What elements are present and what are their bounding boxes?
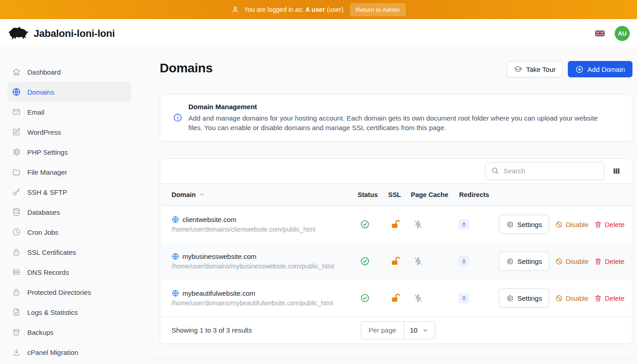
columns-toggle-icon[interactable] xyxy=(612,167,621,175)
page-title: Domains xyxy=(160,61,212,76)
redirects-count-badge[interactable]: 0 xyxy=(459,293,469,303)
return-to-admin-button[interactable]: Return to Admin xyxy=(350,3,406,16)
gear-icon xyxy=(506,221,514,228)
gear-icon xyxy=(506,258,514,265)
sidebar-item-php-settings[interactable]: PHP Settings xyxy=(7,142,131,162)
domain-name[interactable]: clientwebsite.com xyxy=(182,216,236,223)
main-content: Domains Take Tour Add Domain xyxy=(146,48,637,364)
user-icon xyxy=(231,5,239,14)
brand-title: Jabaloni-loni-loni xyxy=(34,28,115,40)
domain-path: /home/user/domains/mybeautifulwebsite.co… xyxy=(172,299,358,307)
settings-button[interactable]: Settings xyxy=(499,288,549,308)
per-page-select[interactable]: 10 xyxy=(404,322,435,339)
graduation-cap-icon xyxy=(514,65,522,74)
gear-icon xyxy=(506,294,514,302)
per-page-label: Per page xyxy=(361,322,404,339)
document-icon xyxy=(12,308,21,317)
trash-icon xyxy=(594,294,602,302)
sidebar-item-ssl-certificates[interactable]: SSL Certificates xyxy=(7,242,131,262)
info-icon xyxy=(173,113,182,122)
sidebar-item-domains[interactable]: Domains xyxy=(7,82,131,102)
column-header-status[interactable]: Status xyxy=(358,191,388,198)
gear-icon xyxy=(12,147,21,157)
disable-button[interactable]: Disable xyxy=(555,258,588,265)
column-header-page-cache[interactable]: Page Cache xyxy=(411,191,459,198)
redirects-count-badge[interactable]: 0 xyxy=(459,220,469,229)
ssl-unlocked-icon[interactable] xyxy=(388,219,411,230)
sidebar-item-file-manager[interactable]: File Manager xyxy=(7,162,131,182)
table-row: mybusinesswebsite.com /home/user/domains… xyxy=(160,243,632,280)
page-cache-off-icon[interactable] xyxy=(411,219,459,229)
settings-button[interactable]: Settings xyxy=(499,252,549,271)
globe-icon xyxy=(172,289,179,297)
globe-icon xyxy=(172,216,179,223)
ssl-unlocked-icon[interactable] xyxy=(388,293,411,303)
sidebar-item-databases[interactable]: Databases xyxy=(7,202,131,222)
sidebar-item-dashboard[interactable]: Dashboard xyxy=(7,62,131,82)
globe-icon xyxy=(12,87,21,96)
trash-icon xyxy=(594,221,602,228)
brand[interactable]: Jabaloni-loni-loni xyxy=(7,26,115,41)
per-page-control: Per page 10 xyxy=(361,321,435,339)
column-header-redirects[interactable]: Redirects xyxy=(459,191,499,198)
delete-button[interactable]: Delete xyxy=(594,294,624,302)
archive-icon xyxy=(12,328,21,337)
domain-management-info-card: Domain Management Add and manage domains… xyxy=(160,94,632,142)
edit-icon xyxy=(12,127,21,136)
sidebar-item-protected-directories[interactable]: Protected Directories xyxy=(7,282,131,302)
info-card-body: Add and manage domains for your hosting … xyxy=(188,113,612,133)
sidebar-item-cpanel-migration[interactable]: cPanel Migration xyxy=(7,342,131,362)
page-cache-off-icon[interactable] xyxy=(411,293,459,303)
home-icon xyxy=(12,67,21,76)
sidebar-item-email[interactable]: Email xyxy=(7,102,131,122)
page-cache-off-icon[interactable] xyxy=(411,256,459,266)
sidebar-item-logs-statistics[interactable]: Logs & Statistics xyxy=(7,302,131,322)
delete-button[interactable]: Delete xyxy=(594,221,624,228)
search-input[interactable] xyxy=(504,167,598,175)
sidebar-item-backups[interactable]: Backups xyxy=(7,322,131,342)
banner-message: You are logged in as: A user (user) xyxy=(244,6,343,13)
download-icon xyxy=(12,348,21,357)
ban-icon xyxy=(555,258,563,265)
table-body: clientwebsite.com /home/user/domains/cli… xyxy=(160,206,632,317)
sidebar-item-ssh-sftp[interactable]: SSH & SFTP xyxy=(7,182,131,202)
lock-icon xyxy=(12,248,21,257)
disable-button[interactable]: Disable xyxy=(555,221,588,228)
footer-divider xyxy=(146,359,637,360)
lock-icon xyxy=(12,288,21,297)
column-header-domain[interactable]: Domain xyxy=(172,191,358,198)
redirects-count-badge[interactable]: 0 xyxy=(459,257,469,266)
disable-button[interactable]: Disable xyxy=(555,294,588,302)
domain-path: /home/user/domains/mybusinesswebsite.com… xyxy=(172,263,358,270)
chevron-down-icon xyxy=(422,327,429,334)
mail-icon xyxy=(12,107,21,116)
folder-icon xyxy=(12,167,21,177)
search-icon xyxy=(491,167,500,175)
language-flag-uk[interactable] xyxy=(595,30,605,37)
sidebar: Dashboard Domains Email WordPress PHP Se… xyxy=(0,48,146,364)
sidebar-item-wordpress[interactable]: WordPress xyxy=(7,122,131,142)
server-icon xyxy=(12,268,21,277)
column-header-ssl[interactable]: SSL xyxy=(388,191,411,198)
status-active-icon xyxy=(358,256,388,266)
table-row: mybeautifulwebsite.com /home/user/domain… xyxy=(160,280,632,317)
table-header-row: Domain Status SSL Page Cache Redirects xyxy=(160,183,632,206)
take-tour-button[interactable]: Take Tour xyxy=(507,61,562,77)
sidebar-item-cron-jobs[interactable]: Cron Jobs xyxy=(7,222,131,242)
add-domain-button[interactable]: Add Domain xyxy=(568,61,632,77)
database-icon xyxy=(12,207,21,217)
boar-logo xyxy=(7,26,29,41)
key-icon xyxy=(12,187,21,197)
domain-path: /home/user/domains/clientwebsite.com/pub… xyxy=(172,226,358,233)
domain-name[interactable]: mybeautifulwebsite.com xyxy=(182,289,255,297)
domain-name[interactable]: mybusinesswebsite.com xyxy=(182,253,257,260)
app-header: Jabaloni-loni-loni AU xyxy=(0,19,637,48)
user-avatar[interactable]: AU xyxy=(615,26,630,41)
delete-button[interactable]: Delete xyxy=(594,258,624,265)
sidebar-item-dns-records[interactable]: DNS Records xyxy=(7,262,131,282)
settings-button[interactable]: Settings xyxy=(499,215,549,234)
ssl-unlocked-icon[interactable] xyxy=(388,256,411,267)
ban-icon xyxy=(555,294,563,302)
info-card-title: Domain Management xyxy=(188,103,612,111)
ban-icon xyxy=(555,221,563,228)
